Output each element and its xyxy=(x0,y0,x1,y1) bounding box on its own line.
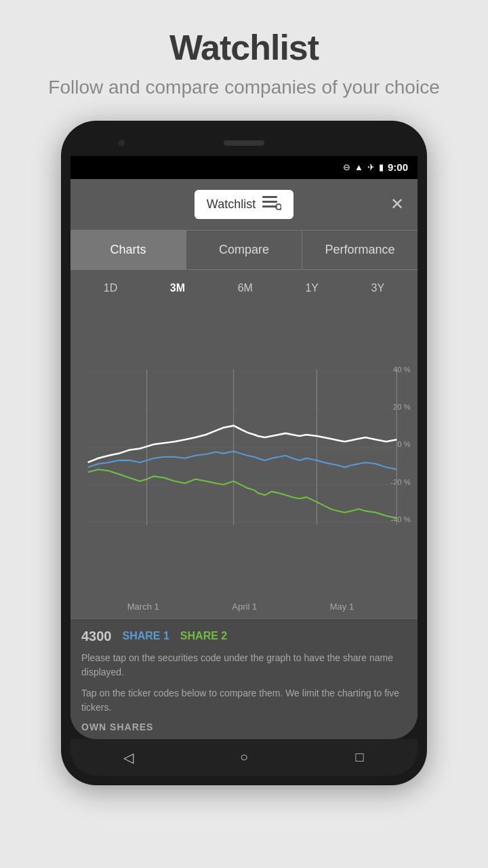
period-3m[interactable]: 3M xyxy=(165,279,190,297)
legend-number: 4300 xyxy=(81,629,112,644)
battery-icon: ▮ xyxy=(379,162,384,172)
phone-shell: ⊖ ▲ ✈ ▮ 9:00 Watchlist xyxy=(61,121,427,785)
phone-top-bar xyxy=(70,133,418,153)
period-1d[interactable]: 1D xyxy=(98,279,123,297)
date-label-april: April 1 xyxy=(232,601,257,612)
home-icon: ○ xyxy=(240,749,248,765)
legend-share2[interactable]: SHARE 2 xyxy=(180,630,227,642)
date-label-march: March 1 xyxy=(127,601,159,612)
legend-desc2: Tap on the ticker codes below to compare… xyxy=(81,686,407,715)
time-periods: 1D 3M 6M 1Y 3Y xyxy=(70,270,418,302)
chart-area: 1D 3M 6M 1Y 3Y 40 % 20 % 0 % -20 % -40 % xyxy=(70,270,418,618)
phone-speaker xyxy=(224,140,264,146)
tab-charts[interactable]: Charts xyxy=(70,231,186,269)
do-not-disturb-icon: ⊖ xyxy=(343,162,350,172)
status-icons: ⊖ ▲ ✈ ▮ 9:00 xyxy=(343,161,408,173)
watchlist-badge: Watchlist xyxy=(195,190,293,219)
watchlist-list-icon xyxy=(262,195,281,214)
status-time: 9:00 xyxy=(388,161,408,173)
tabs-container: Charts Compare Performance xyxy=(70,230,418,270)
page-title: Watchlist xyxy=(48,27,439,68)
app-content: Watchlist ✕ Charts Compare Performance xyxy=(70,179,418,739)
legend-desc1: Please tap on the securities code under … xyxy=(81,651,407,679)
period-1y[interactable]: 1Y xyxy=(300,279,324,297)
page-subtitle: Follow and compare companies of your cho… xyxy=(48,75,439,100)
legend-area: 4300 SHARE 1 SHARE 2 Please tap on the s… xyxy=(70,618,418,739)
chart-container: 40 % 20 % 0 % -20 % -40 % xyxy=(70,302,418,597)
bottom-nav: ◁ ○ □ xyxy=(70,739,418,776)
recents-icon: □ xyxy=(356,749,364,765)
status-bar: ⊖ ▲ ✈ ▮ 9:00 xyxy=(70,156,418,179)
period-6m[interactable]: 6M xyxy=(232,279,258,297)
legend-share1[interactable]: SHARE 1 xyxy=(123,630,169,642)
back-button[interactable]: ◁ xyxy=(115,744,142,771)
svg-rect-2 xyxy=(262,205,277,208)
date-label-may: May 1 xyxy=(330,601,354,612)
airplane-icon: ✈ xyxy=(367,162,375,172)
chart-svg: 40 % 20 % 0 % -20 % -40 % xyxy=(70,302,418,597)
recents-button[interactable]: □ xyxy=(346,744,373,771)
tab-compare[interactable]: Compare xyxy=(186,231,302,269)
phone-camera xyxy=(118,140,125,146)
chart-bottom-labels: March 1 April 1 May 1 xyxy=(70,597,418,618)
watchlist-header: Watchlist ✕ xyxy=(70,179,418,230)
svg-line-4 xyxy=(281,209,281,210)
home-button[interactable]: ○ xyxy=(230,744,258,771)
legend-row: 4300 SHARE 1 SHARE 2 xyxy=(81,629,407,644)
svg-rect-0 xyxy=(262,196,277,198)
back-icon: ◁ xyxy=(123,749,134,766)
wifi-icon: ▲ xyxy=(354,162,363,172)
own-shares-label: OWN SHARES xyxy=(81,722,407,732)
period-3y[interactable]: 3Y xyxy=(366,279,390,297)
tab-performance[interactable]: Performance xyxy=(302,231,418,269)
close-button[interactable]: ✕ xyxy=(390,195,404,214)
svg-rect-1 xyxy=(262,201,277,203)
watchlist-badge-text: Watchlist xyxy=(207,197,256,212)
